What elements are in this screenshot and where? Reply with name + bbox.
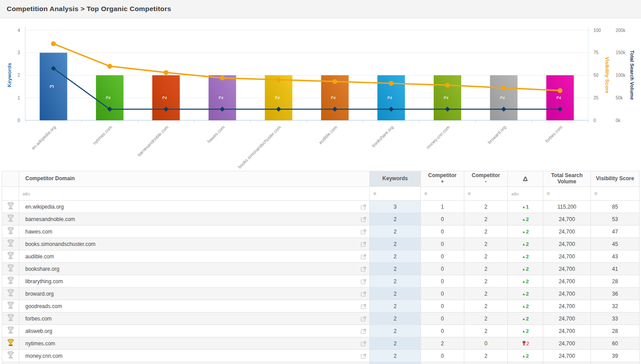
external-link-icon[interactable] bbox=[360, 316, 367, 322]
domain-text[interactable]: broward.org bbox=[25, 291, 54, 297]
column-header-competitor-minus[interactable]: Competitor- bbox=[464, 171, 508, 187]
delta-value: 2 bbox=[526, 328, 529, 334]
text-filter-icon[interactable]: aBc bbox=[23, 191, 31, 196]
table-row[interactable]: librarything.com 202▲224,70028 bbox=[2, 275, 640, 288]
table-row[interactable]: audible.com 202▲224,70043 bbox=[2, 250, 640, 263]
domain-text[interactable]: nytimes.com bbox=[25, 340, 55, 347]
domain-text[interactable]: forbes.com bbox=[25, 316, 51, 322]
delta-up-icon: ▲ bbox=[522, 242, 526, 246]
table-row[interactable]: alisweb.org 202▲224,70028 bbox=[2, 325, 640, 337]
visibility-score-point-nytimes.com[interactable] bbox=[107, 64, 112, 69]
visibility-score-point-en.wikipedia.org[interactable] bbox=[51, 41, 56, 46]
table-row[interactable]: forbes.com 202▲224,70033 bbox=[2, 313, 640, 325]
domain-text[interactable]: goodreads.com bbox=[25, 303, 62, 309]
visibility-score-point-audible.com[interactable] bbox=[332, 79, 337, 84]
domain-text[interactable]: en.wikipedia.org bbox=[25, 204, 64, 210]
column-header-domain[interactable]: Competitor Domain bbox=[19, 171, 370, 187]
filter-cell-competitor-minus[interactable]: = bbox=[464, 187, 508, 201]
external-link-icon[interactable] bbox=[360, 253, 367, 260]
rank-trophy-cell bbox=[2, 313, 19, 325]
filter-cell-total-search-volume[interactable]: = bbox=[543, 187, 591, 201]
table-row[interactable]: books.simonandschuster.com 202▲224,70045 bbox=[2, 238, 640, 250]
trophy-icon-silver bbox=[7, 314, 14, 322]
trophy-icon-silver bbox=[7, 301, 14, 309]
keywords-cell: 2 bbox=[370, 213, 421, 226]
trophy-icon-silver bbox=[7, 227, 14, 235]
breadcrumb: Competition Analysis > Top Organic Compe… bbox=[7, 5, 171, 13]
visibility-score-point-forbes.com[interactable] bbox=[558, 88, 562, 93]
column-header-competitor-plus[interactable]: Competitor+ bbox=[421, 171, 464, 187]
x-axis-label-audible.com: audible.com bbox=[318, 125, 338, 145]
external-link-icon[interactable] bbox=[360, 278, 367, 285]
filter-cell-competitor-plus[interactable]: = bbox=[421, 187, 464, 201]
domain-text[interactable]: alisweb.org bbox=[25, 328, 52, 334]
domain-text[interactable]: hawes.com bbox=[25, 229, 52, 235]
visibility-score-point-money.cnn.com[interactable] bbox=[445, 83, 450, 87]
external-link-icon[interactable] bbox=[360, 291, 367, 297]
table-row[interactable]: nytimes.com 220 224,70060 bbox=[2, 337, 640, 350]
column-header-total-search-volume[interactable]: Total SearchVolume bbox=[543, 171, 591, 187]
column-header-keywords[interactable]: Keywords bbox=[370, 171, 421, 187]
visibility-score-point-bookshare.org[interactable] bbox=[389, 81, 394, 86]
rank-trophy-cell bbox=[2, 250, 19, 263]
table-row[interactable]: en.wikipedia.org 312▲1115,20085 bbox=[2, 201, 640, 213]
domain-text[interactable]: librarything.com bbox=[25, 278, 63, 285]
x-axis-label-barnesandnoble.com: barnesandnoble.com bbox=[137, 125, 170, 158]
equals-filter-icon[interactable]: = bbox=[468, 191, 471, 196]
visibility-score-cell: 39 bbox=[591, 350, 640, 362]
domain-text[interactable]: money.cnn.com bbox=[25, 353, 63, 359]
equals-filter-icon[interactable]: = bbox=[594, 191, 597, 196]
competitor-minus-cell: 2 bbox=[464, 213, 508, 226]
domain-text[interactable]: barnesandnoble.com bbox=[25, 216, 75, 222]
visibility-score-axis-label: Visibility Score bbox=[605, 57, 610, 93]
competitor-minus-cell: 2 bbox=[464, 313, 508, 325]
delta-up-icon: ▲ bbox=[522, 317, 526, 321]
competitor-domain-cell: bookshare.org bbox=[19, 263, 370, 275]
visibility-score-point-broward.org[interactable] bbox=[501, 85, 506, 90]
total-search-volume-cell: 24,700 bbox=[543, 313, 591, 325]
external-link-icon[interactable] bbox=[360, 204, 367, 210]
visibility-score-point-hawes.com[interactable] bbox=[220, 75, 225, 80]
delta-value: 2 bbox=[526, 266, 529, 272]
table-row[interactable]: broward.org 202▲224,70036 bbox=[2, 288, 640, 300]
visibility-score-point-books.simonandschuster.com[interactable] bbox=[276, 77, 281, 82]
external-link-icon[interactable] bbox=[360, 216, 367, 222]
table-row[interactable]: barnesandnoble.com 202▲224,70053 bbox=[2, 213, 640, 226]
column-header-delta[interactable]: Δ bbox=[508, 171, 543, 187]
external-link-icon[interactable] bbox=[360, 266, 367, 272]
external-link-icon[interactable] bbox=[360, 353, 367, 359]
competitor-minus-cell: 2 bbox=[464, 250, 508, 263]
domain-text[interactable]: bookshare.org bbox=[25, 266, 59, 272]
filter-cell-keywords[interactable]: = bbox=[370, 187, 421, 201]
filter-cell-delta[interactable]: aBc bbox=[508, 187, 543, 201]
external-link-icon[interactable] bbox=[360, 241, 367, 247]
equals-filter-icon[interactable]: = bbox=[547, 191, 550, 196]
bar-value-label: 2 bbox=[386, 96, 393, 99]
competitor-minus-cell: 2 bbox=[464, 238, 508, 250]
domain-text[interactable]: audible.com bbox=[25, 253, 54, 260]
filter-cell-visibility-score[interactable]: = bbox=[591, 187, 640, 201]
competitor-domain-cell: hawes.com bbox=[19, 226, 370, 238]
visibility-axis-tick: 50 bbox=[594, 73, 599, 78]
keywords-axis-tick: 1 bbox=[17, 95, 20, 100]
domain-text[interactable]: books.simonandschuster.com bbox=[25, 241, 95, 247]
external-link-icon[interactable] bbox=[360, 340, 367, 347]
equals-filter-icon[interactable]: = bbox=[373, 191, 376, 196]
external-link-icon[interactable] bbox=[360, 303, 367, 309]
column-header-visibility-score[interactable]: Visibility Score bbox=[591, 171, 640, 187]
external-link-icon[interactable] bbox=[360, 229, 367, 235]
filter-cell-domain[interactable]: aBc bbox=[19, 187, 370, 201]
table-row[interactable]: bookshare.org 202▲224,70041 bbox=[2, 263, 640, 275]
visibility-score-cell: 45 bbox=[591, 238, 640, 250]
equals-filter-icon[interactable]: = bbox=[424, 191, 427, 196]
competitors-chart-area: 0123402550751000k50k100k150k200kKeywords… bbox=[0, 18, 641, 171]
table-row[interactable]: goodreads.com 202▲224,70032 bbox=[2, 300, 640, 313]
competitor-domain-cell: nytimes.com bbox=[19, 337, 370, 350]
table-row[interactable]: hawes.com 202▲224,70047 bbox=[2, 226, 640, 238]
delta-up-icon: ▲ bbox=[522, 305, 526, 309]
table-row[interactable]: money.cnn.com 202▲224,70039 bbox=[2, 350, 640, 362]
search-volume-axis-tick: 100k bbox=[616, 73, 626, 78]
text-filter-icon[interactable]: aBc bbox=[511, 191, 519, 196]
external-link-icon[interactable] bbox=[360, 328, 367, 334]
visibility-score-point-barnesandnoble.com[interactable] bbox=[164, 70, 169, 75]
